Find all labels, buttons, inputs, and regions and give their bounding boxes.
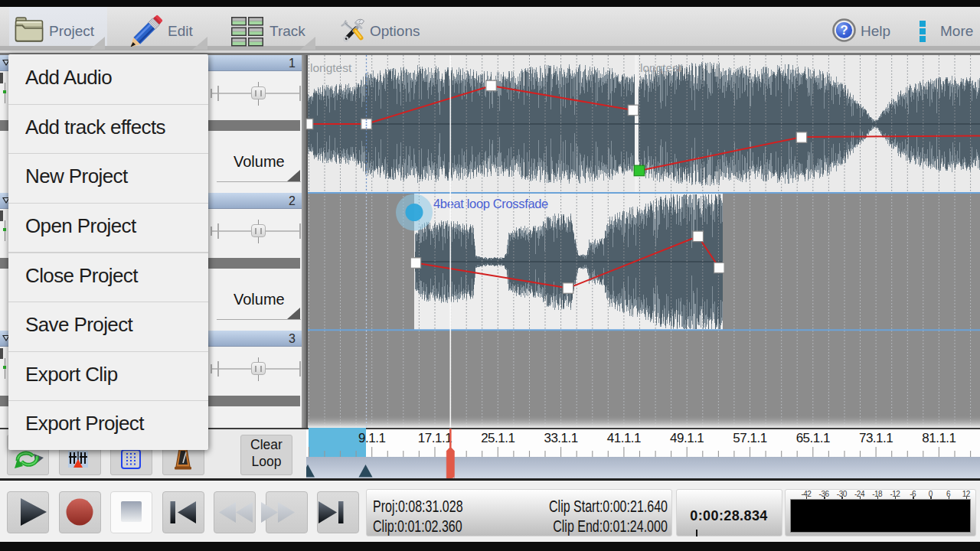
- svg-text:49.1.1: 49.1.1: [670, 431, 704, 445]
- svg-text:33.1.1: 33.1.1: [544, 431, 577, 445]
- svg-text:9.1.1: 9.1.1: [358, 431, 385, 445]
- svg-text:25.1.1: 25.1.1: [481, 431, 514, 445]
- svg-text:65.1.1: 65.1.1: [796, 431, 830, 445]
- svg-text:41.1.1: 41.1.1: [607, 431, 641, 445]
- svg-text:17.1.1: 17.1.1: [418, 431, 452, 445]
- svg-text:57.1.1: 57.1.1: [733, 431, 766, 445]
- svg-text:81.1.1: 81.1.1: [922, 431, 956, 445]
- svg-text:73.1.1: 73.1.1: [859, 431, 893, 445]
